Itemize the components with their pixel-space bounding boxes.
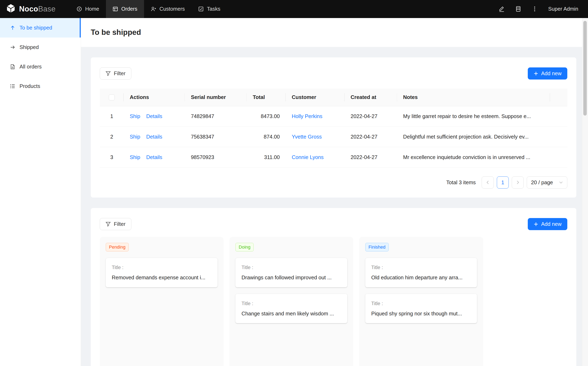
- main-area: To be shipped Filter: [81, 18, 588, 366]
- nav-item-tasks[interactable]: Tasks: [192, 0, 227, 18]
- logo-text-light: Base: [38, 5, 55, 13]
- logo-text-bold: Noco: [19, 5, 38, 13]
- cell-total: 8473.00: [247, 106, 286, 127]
- plus-icon: [534, 222, 538, 226]
- nav-item-customers[interactable]: Customers: [144, 0, 192, 18]
- collections-icon[interactable]: [515, 6, 521, 12]
- add-new-button-label: Add new: [541, 221, 562, 227]
- cell-customer: Yvette Gross: [286, 127, 345, 147]
- kanban-card[interactable]: Title : Change stairs and men likely wis…: [235, 294, 347, 323]
- nav-item-home[interactable]: Home: [70, 0, 106, 18]
- sidebar-item-products[interactable]: Products: [0, 76, 81, 96]
- orders-block: Filter Add new: [91, 57, 576, 198]
- page-1-button[interactable]: 1: [497, 176, 509, 189]
- tasks-kanban-block: Filter Add new Pending: [91, 208, 576, 366]
- customer-link[interactable]: Yvette Gross: [292, 134, 322, 140]
- kanban-toolbar: Filter Add new: [100, 218, 567, 230]
- details-link[interactable]: Details: [146, 134, 162, 140]
- kanban-filter-button[interactable]: Filter: [100, 218, 131, 230]
- cell-notes: Mr excellence inquietude conviction is i…: [397, 147, 550, 168]
- arrow-right-icon: [10, 45, 15, 50]
- check-square-icon: [198, 6, 204, 12]
- card-field-value: Old education him departure any arra...: [371, 274, 471, 281]
- filter-button[interactable]: Filter: [100, 68, 131, 79]
- plus-icon: [534, 71, 538, 76]
- file-icon: [10, 64, 15, 69]
- row-index[interactable]: 2: [100, 127, 124, 147]
- scrollbar-thumb[interactable]: [583, 21, 587, 115]
- cell-customer: Connie Lyons: [286, 147, 345, 168]
- cell-serial-number: 98570923: [185, 147, 247, 168]
- card-field-label: Title :: [371, 265, 471, 270]
- sidebar-item-all-orders[interactable]: All orders: [0, 57, 81, 76]
- cell-created-at: 2022-04-27: [345, 106, 397, 127]
- column-header-total: Total: [247, 89, 286, 106]
- scrollbar[interactable]: [582, 18, 588, 366]
- user-add-icon: [151, 6, 156, 12]
- card-field-label: Title :: [241, 301, 341, 306]
- table-header-row: Actions Serial number Total Customer Cre…: [100, 89, 567, 106]
- filter-icon: [106, 221, 111, 227]
- kanban-add-new-button[interactable]: Add new: [528, 218, 567, 230]
- next-page-button[interactable]: [512, 176, 524, 189]
- highlighter-icon[interactable]: [499, 6, 505, 12]
- customer-link[interactable]: Holly Perkins: [292, 113, 322, 119]
- row-index[interactable]: 3: [100, 147, 124, 168]
- prev-page-button[interactable]: [482, 176, 494, 189]
- chevron-down-icon: [559, 180, 563, 184]
- nocobase-logo[interactable]: NocoBase: [6, 3, 55, 15]
- card-field-value: Change stairs and men likely wisdom ...: [241, 311, 341, 317]
- column-header-created-at: Created at: [345, 89, 397, 106]
- customer-link[interactable]: Connie Lyons: [292, 154, 324, 160]
- sidebar-item-shipped[interactable]: Shipped: [0, 38, 81, 57]
- more-vertical-icon[interactable]: [532, 6, 538, 12]
- add-new-button-label: Add new: [541, 70, 562, 76]
- kanban-column-doing: Doing Title : Drawings can followed impr…: [229, 237, 353, 366]
- table-row: 2 ShipDetails 75638347 874.00 Yvette Gro…: [100, 127, 567, 147]
- nav-label: Customers: [159, 6, 185, 12]
- column-header-spacer: [550, 89, 567, 106]
- column-header-customer: Customer: [286, 89, 345, 106]
- page-size-select[interactable]: 20 / page: [527, 176, 567, 189]
- add-new-button[interactable]: Add new: [528, 68, 567, 79]
- row-index[interactable]: 1: [100, 106, 124, 127]
- ship-link[interactable]: Ship: [130, 154, 140, 160]
- cell-serial-number: 74829847: [185, 106, 247, 127]
- sidebar-item-label: Products: [19, 83, 40, 89]
- kanban-card[interactable]: Title : Piqued shy spring nor six though…: [365, 294, 477, 323]
- pagination: Total 3 items 1 20 / page: [100, 176, 567, 189]
- ship-link[interactable]: Ship: [130, 113, 140, 119]
- content: Filter Add new: [81, 47, 588, 366]
- nav-label: Home: [85, 6, 99, 12]
- kanban-card[interactable]: Title : Old education him departure any …: [365, 258, 477, 287]
- ship-link[interactable]: Ship: [130, 134, 140, 140]
- table-icon: [113, 6, 118, 12]
- sidebar-item-label: To be shipped: [19, 25, 52, 31]
- nav-item-orders[interactable]: Orders: [106, 0, 144, 18]
- nav-label: Tasks: [207, 6, 220, 12]
- cell-notes: Delightful met sufficient projection ask…: [397, 127, 550, 147]
- sidebar: To be shipped Shipped All orders Product…: [0, 18, 81, 366]
- arrow-up-icon: [10, 25, 15, 30]
- cell-customer: Holly Perkins: [286, 106, 345, 127]
- kanban-column-finished: Finished Title : Old education him depar…: [359, 237, 483, 366]
- home-icon: [77, 6, 82, 12]
- sidebar-item-label: All orders: [19, 64, 42, 70]
- row-actions: ShipDetails: [124, 147, 185, 168]
- details-link[interactable]: Details: [146, 154, 162, 160]
- select-all-checkbox[interactable]: [109, 94, 115, 100]
- sidebar-item-to-be-shipped[interactable]: To be shipped: [0, 18, 81, 38]
- cell-total: 874.00: [247, 127, 286, 147]
- kanban-card[interactable]: Title : Drawings can followed improved o…: [235, 258, 347, 287]
- top-navigation: Home Orders Customers Tasks: [70, 0, 227, 18]
- card-field-label: Title :: [371, 301, 471, 306]
- details-link[interactable]: Details: [146, 113, 162, 119]
- column-header-notes: Notes: [397, 89, 550, 106]
- card-field-value: Removed demands expense account i...: [112, 274, 211, 281]
- user-menu[interactable]: Super Admin: [548, 6, 578, 12]
- orders-toolbar: Filter Add new: [100, 68, 567, 79]
- list-icon: [10, 84, 15, 89]
- orders-table: Actions Serial number Total Customer Cre…: [100, 89, 567, 168]
- kanban-card[interactable]: Title : Removed demands expense account …: [106, 258, 217, 287]
- card-field-label: Title :: [241, 265, 341, 270]
